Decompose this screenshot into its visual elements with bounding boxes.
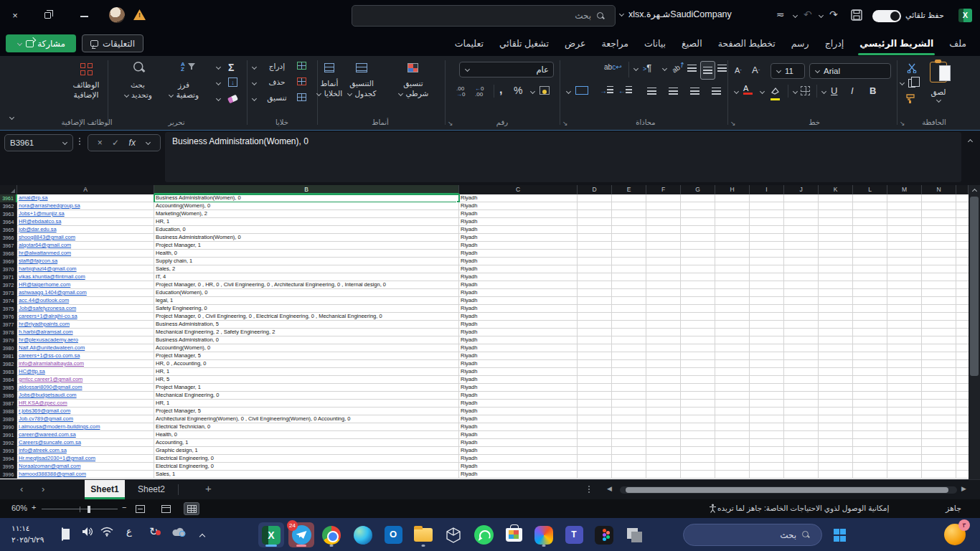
email-link[interactable]: careers+1@alrajhi-co.sa: [19, 313, 77, 319]
cell-B3970[interactable]: Sales, 2: [154, 265, 459, 273]
redo-icon[interactable]: ↷: [829, 9, 838, 20]
empty-cells[interactable]: [578, 289, 969, 297]
cell-A3961[interactable]: amal@rp.sa: [17, 194, 154, 202]
page-break-view-button[interactable]: [132, 502, 148, 515]
cell-B3984[interactable]: HR, 5: [154, 376, 459, 384]
column-header-E[interactable]: E: [612, 185, 646, 194]
row-header-3973[interactable]: 3973: [0, 289, 17, 297]
ribbon-tab-9[interactable]: تشغيل تلقائي: [491, 32, 557, 56]
percent-style-icon[interactable]: %: [514, 85, 522, 96]
email-link[interactable]: career@wareed.com.sa: [19, 431, 76, 438]
cell-A3993[interactable]: info@atreek.com.sa: [17, 447, 154, 455]
sync-icon[interactable]: ↻: [149, 525, 159, 538]
empty-cells[interactable]: [578, 305, 969, 313]
cell-C3968[interactable]: Riyadh: [459, 250, 578, 258]
accessibility-status[interactable]: إمكانية الوصول لذوي الاحتياجات الخاصة: ج…: [717, 504, 933, 512]
email-link[interactable]: gmtcc.career1@gmail.com: [19, 376, 83, 382]
conditional-formatting-icon[interactable]: [407, 63, 418, 72]
cell-B3966[interactable]: Business Administration(Women), 0: [154, 234, 459, 242]
cell-C3976[interactable]: Riyadh: [459, 313, 578, 321]
format-cells-button[interactable]: تنسيق: [261, 93, 293, 102]
row-header-3962[interactable]: 3962: [0, 202, 17, 210]
email-link[interactable]: Hr.meqtisad2030+1@gmail.com: [19, 455, 95, 461]
cell-C3992[interactable]: Riyadh: [459, 439, 578, 447]
row-header-3970[interactable]: 3970: [0, 265, 17, 273]
format-as-table-icon[interactable]: [356, 63, 367, 72]
empty-cells[interactable]: [578, 202, 969, 210]
cell-C3991[interactable]: Riyadh: [459, 431, 578, 439]
ribbon-tab-5[interactable]: الصيغ: [674, 32, 710, 56]
cell-B3967[interactable]: Project Manager, 1: [154, 242, 459, 250]
chevron-down-icon[interactable]: [821, 89, 826, 95]
hscroll-right-icon[interactable]: ▶: [961, 485, 966, 492]
align-top-icon[interactable]: [687, 65, 697, 72]
email-link[interactable]: vikas.khuntia@flintmail.com: [19, 273, 85, 280]
row-header-3985[interactable]: 3985: [0, 384, 17, 392]
cell-C3962[interactable]: Riyadh: [459, 202, 578, 210]
cell-B3976[interactable]: Project Manager, 0 , Civil Engineering, …: [154, 313, 459, 321]
row-header-3961[interactable]: 3961: [0, 194, 17, 202]
ribbon-tab-1[interactable]: الشريط الرئيسي: [852, 32, 941, 56]
email-link[interactable]: h.harbi@alramsat.com: [19, 329, 73, 335]
cell-A3963[interactable]: Jobs+1@munjiz.sa: [17, 210, 154, 218]
row-header-3988[interactable]: 3988: [0, 408, 17, 415]
cell-C3993[interactable]: Riyadh: [459, 447, 578, 455]
row-header-3964[interactable]: 3964: [0, 218, 17, 226]
empty-cells[interactable]: [578, 400, 969, 408]
cell-B3963[interactable]: Marketing(Women), 2: [154, 210, 459, 218]
cell-C3982[interactable]: Riyadh: [459, 360, 578, 368]
taskbar-file-explorer[interactable]: [410, 522, 436, 547]
row-header-3968[interactable]: 3968: [0, 250, 17, 258]
italic-button[interactable]: I: [851, 85, 854, 96]
cell-A3983[interactable]: HC@ttp.sa: [17, 368, 154, 376]
cell-A3978[interactable]: h.harbi@alramsat.com: [17, 329, 154, 336]
ribbon-tab-7[interactable]: مراجعة: [593, 32, 636, 56]
battery-icon[interactable]: [62, 527, 63, 541]
cell-C3990[interactable]: Riyadh: [459, 423, 578, 431]
empty-cells[interactable]: [578, 423, 969, 431]
empty-cells[interactable]: [578, 336, 969, 344]
cell-A3975[interactable]: Job@safetyzonesa.com: [17, 305, 154, 313]
prev-sheet-icon[interactable]: ‹: [20, 484, 23, 494]
empty-cells[interactable]: [578, 250, 969, 258]
email-link[interactable]: hr@alwattanmed.com: [19, 250, 71, 256]
cell-C3988[interactable]: Riyadh: [459, 408, 578, 415]
ribbon-tab-10[interactable]: تعليمات: [447, 32, 491, 56]
ribbon-tab-8[interactable]: عرض: [557, 32, 593, 56]
autosum-icon[interactable]: Σ: [228, 62, 234, 73]
cell-C3969[interactable]: Riyadh: [459, 258, 578, 265]
empty-cells[interactable]: [578, 368, 969, 376]
row-header-3982[interactable]: 3982: [0, 360, 17, 368]
row-header-3995[interactable]: 3995: [0, 463, 17, 471]
collapse-formula-bar-icon[interactable]: [967, 138, 973, 143]
cell-B3974[interactable]: legal, 1: [154, 297, 459, 305]
cell-A3991[interactable]: career@wareed.com.sa: [17, 431, 154, 439]
column-header-H[interactable]: H: [715, 185, 750, 194]
cell-B3993[interactable]: Graphic design, 1: [154, 447, 459, 455]
row-header-3991[interactable]: 3991: [0, 431, 17, 439]
empty-cells[interactable]: [578, 329, 969, 336]
bold-button[interactable]: B: [870, 85, 876, 96]
cell-B3992[interactable]: Accounting, 1: [154, 439, 459, 447]
cell-B3971[interactable]: IT, 4: [154, 273, 459, 281]
empty-cells[interactable]: [578, 194, 969, 202]
cell-C3973[interactable]: Riyadh: [459, 289, 578, 297]
cell-C3994[interactable]: Riyadh: [459, 455, 578, 463]
row-header-3966[interactable]: 3966: [0, 234, 17, 242]
taskbar-clock[interactable]: ١١:١٤٢٠٢٥/٦/٢٩: [11, 522, 44, 545]
align-right-icon[interactable]: [690, 88, 699, 95]
insert-function-icon[interactable]: fx: [129, 138, 136, 148]
cell-C3977[interactable]: Riyadh: [459, 321, 578, 329]
chevron-down-icon[interactable]: [215, 80, 221, 86]
cell-C3967[interactable]: Riyadh: [459, 242, 578, 250]
zoom-in-icon[interactable]: +: [32, 503, 36, 512]
sheet-tab-sheet1[interactable]: Sheet1: [85, 480, 125, 499]
chevron-down-icon[interactable]: [733, 89, 739, 95]
cell-A3980[interactable]: Naif.Ali@unitedwateen.com: [17, 344, 154, 352]
cell-B3987[interactable]: HR, 1: [154, 400, 459, 408]
row-header-3976[interactable]: 3976: [0, 313, 17, 321]
cell-C3986[interactable]: Riyadh: [459, 392, 578, 400]
cell-A3990[interactable]: i.almousa@modern-buildings.com: [17, 423, 154, 431]
row-header-3969[interactable]: 3969: [0, 258, 17, 265]
restore-icon[interactable]: [44, 12, 51, 19]
